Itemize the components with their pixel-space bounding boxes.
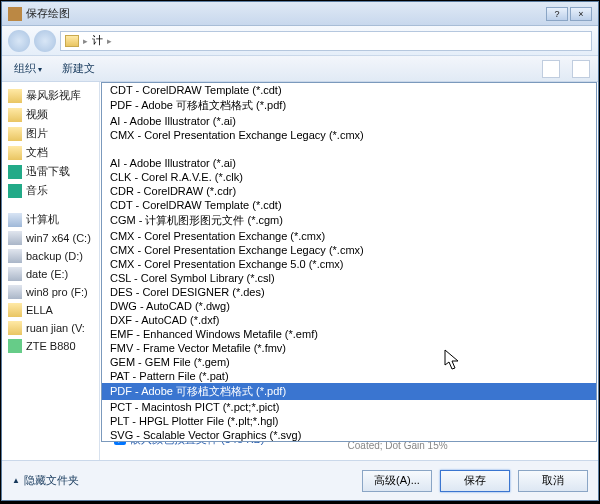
filetype-option[interactable]: CSL - Corel Symbol Library (*.csl) [102,271,596,285]
help-button[interactable]: ? [546,7,568,21]
help-icon[interactable] [572,60,590,78]
sidebar-item-label: 计算机 [26,212,59,227]
folder-icon [8,127,22,141]
chevron-right-icon: ▸ [107,36,112,46]
sidebar-item-label: date (E:) [26,268,68,280]
view-button[interactable] [542,60,560,78]
filetype-option[interactable]: DXF - AutoCAD (*.dxf) [102,313,596,327]
sidebar-item[interactable]: backup (D:) [2,247,99,265]
sidebar-item-label: 音乐 [26,183,48,198]
filetype-option[interactable]: CGM - 计算机图形图元文件 (*.cgm) [102,212,596,229]
close-button[interactable]: × [570,7,592,21]
sidebar-item[interactable]: 视频 [2,105,99,124]
folder-icon [8,249,22,263]
sidebar-item[interactable]: 文档 [2,143,99,162]
filetype-option[interactable]: CLK - Corel R.A.V.E. (*.clk) [102,170,596,184]
back-button[interactable] [8,30,30,52]
filetype-option[interactable]: PCT - Macintosh PICT (*.pct;*.pict) [102,400,596,414]
filetype-option[interactable]: PDF - Adobe 可移植文档格式 (*.pdf) [102,97,596,114]
folder-icon [8,321,22,335]
filetype-option[interactable]: AI - Adobe Illustrator (*.ai) [102,114,596,128]
sidebar-item-label: 文档 [26,145,48,160]
forward-button[interactable] [34,30,56,52]
window-title: 保存绘图 [26,6,70,21]
filetype-option[interactable]: CMX - Corel Presentation Exchange (*.cmx… [102,229,596,243]
address-bar[interactable]: ▸ 计 ▸ [60,31,592,51]
save-button[interactable]: 保存 [440,470,510,492]
sidebar-item[interactable]: 音乐 [2,181,99,200]
folder-icon [8,108,22,122]
folder-icon [65,35,79,47]
app-icon [8,7,22,21]
filetype-option[interactable]: PDF - Adobe 可移植文档格式 (*.pdf) [102,383,596,400]
filetype-option[interactable]: AI - Adobe Illustrator (*.ai) [102,156,596,170]
sidebar-item-label: backup (D:) [26,250,83,262]
folder-icon [8,89,22,103]
toolbar: 组织▾ 新建文 [2,56,598,82]
breadcrumb: 计 [92,33,103,48]
filetype-option[interactable]: CDR - CorelDRAW (*.cdr) [102,184,596,198]
folder-icon [8,285,22,299]
sidebar-item[interactable]: ruan jian (V: [2,319,99,337]
footer: ▲ 隐藏文件夹 高级(A)... 保存 取消 [2,460,598,500]
sidebar-item[interactable]: ZTE B880 [2,337,99,355]
saveas-dialog: 保存绘图 ? × ▸ 计 ▸ 组织▾ 新建文 暴风影视库视频图片文档迅雷下载音乐… [1,1,599,501]
newfolder-button[interactable]: 新建文 [58,59,99,78]
chevron-right-icon: ▸ [83,36,88,46]
filetype-option[interactable]: SVG - Scalable Vector Graphics (*.svg) [102,428,596,442]
sidebar-item[interactable]: win7 x64 (C:) [2,229,99,247]
filetype-dropdown-list[interactable]: CDT - CorelDRAW Template (*.cdt)PDF - Ad… [101,82,597,442]
sidebar-item-label: 图片 [26,126,48,141]
nav-bar: ▸ 计 ▸ [2,26,598,56]
hide-folders-toggle[interactable]: ▲ 隐藏文件夹 [12,473,79,488]
folder-icon [8,213,22,227]
sidebar[interactable]: 暴风影视库视频图片文档迅雷下载音乐计算机win7 x64 (C:)backup … [2,82,100,460]
filetype-option[interactable]: PLT - HPGL Plotter File (*.plt;*.hgl) [102,414,596,428]
filetype-option[interactable]: PAT - Pattern File (*.pat) [102,369,596,383]
folder-icon [8,267,22,281]
filetype-option[interactable]: GEM - GEM File (*.gem) [102,355,596,369]
sidebar-item[interactable]: 图片 [2,124,99,143]
folder-icon [8,165,22,179]
filetype-option[interactable] [102,142,596,156]
sidebar-item-label: ELLA [26,304,53,316]
sidebar-item[interactable]: 计算机 [2,210,99,229]
folder-icon [8,184,22,198]
sidebar-item[interactable]: win8 pro (F:) [2,283,99,301]
folder-icon [8,339,22,353]
sidebar-item-label: ruan jian (V: [26,322,85,334]
folder-icon [8,231,22,245]
folder-icon [8,303,22,317]
sidebar-item[interactable]: ELLA [2,301,99,319]
filetype-option[interactable]: CMX - Corel Presentation Exchange Legacy… [102,243,596,257]
filetype-option[interactable]: CDT - CorelDRAW Template (*.cdt) [102,198,596,212]
titlebar[interactable]: 保存绘图 ? × [2,2,598,26]
folder-icon [8,146,22,160]
sidebar-item[interactable]: date (E:) [2,265,99,283]
sidebar-item[interactable]: 迅雷下载 [2,162,99,181]
filetype-option[interactable]: FMV - Frame Vector Metafile (*.fmv) [102,341,596,355]
filetype-option[interactable]: CDT - CorelDRAW Template (*.cdt) [102,83,596,97]
sidebar-item-label: 暴风影视库 [26,88,81,103]
sidebar-item-label: 视频 [26,107,48,122]
organize-button[interactable]: 组织▾ [10,59,46,78]
sidebar-item-label: win8 pro (F:) [26,286,88,298]
sidebar-item[interactable]: 暴风影视库 [2,86,99,105]
filetype-option[interactable]: DWG - AutoCAD (*.dwg) [102,299,596,313]
cancel-button[interactable]: 取消 [518,470,588,492]
sidebar-item-label: 迅雷下载 [26,164,70,179]
sidebar-item-label: win7 x64 (C:) [26,232,91,244]
sidebar-item-label: ZTE B880 [26,340,76,352]
filetype-option[interactable]: EMF - Enhanced Windows Metafile (*.emf) [102,327,596,341]
filetype-option[interactable]: CMX - Corel Presentation Exchange Legacy… [102,128,596,142]
advanced-button[interactable]: 高级(A)... [362,470,432,492]
filetype-option[interactable]: DES - Corel DESIGNER (*.des) [102,285,596,299]
filetype-option[interactable]: CMX - Corel Presentation Exchange 5.0 (*… [102,257,596,271]
